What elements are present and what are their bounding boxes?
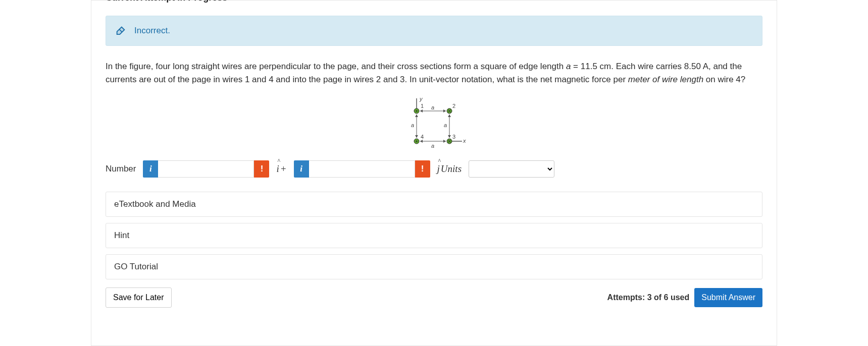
a-label-right: a <box>444 122 447 128</box>
j-hat-label: j Units <box>435 163 464 175</box>
svg-point-17 <box>416 140 417 142</box>
info-icon[interactable]: i <box>143 160 158 178</box>
wire-2-label: 2 <box>452 103 455 109</box>
question-part-3: on wire 4? <box>703 75 745 84</box>
svg-marker-22 <box>420 140 423 143</box>
wires-diagram: y 1 2 a a <box>401 96 467 151</box>
save-for-later-button[interactable]: Save for Later <box>106 287 172 308</box>
a-label-top: a <box>431 104 434 110</box>
i-component-input[interactable] <box>158 160 254 178</box>
footer-row: Save for Later Attempts: 3 of 6 used Sub… <box>106 287 762 308</box>
question-card: Current Attempt in Progress Incorrect. I… <box>91 0 777 346</box>
units-select[interactable] <box>469 160 554 178</box>
question-text: In the figure, four long straight wires … <box>106 60 762 87</box>
info-icon[interactable]: i <box>294 160 309 178</box>
submit-answer-button[interactable]: Submit Answer <box>694 288 762 307</box>
svg-marker-12 <box>415 135 418 138</box>
a-label-left: a <box>411 122 414 128</box>
feedback-text: Incorrect. <box>134 26 170 36</box>
svg-marker-14 <box>448 114 451 117</box>
svg-marker-9 <box>443 109 446 112</box>
x-axis-label: x <box>463 138 466 144</box>
svg-marker-8 <box>420 109 423 112</box>
wire-1-label: 1 <box>421 103 424 109</box>
attempts-counter: Attempts: 3 of 6 used <box>607 293 690 302</box>
wire-3-label: 3 <box>452 134 455 140</box>
feedback-alert: Incorrect. <box>106 16 762 46</box>
a-label-bottom: a <box>431 143 434 149</box>
hint-button[interactable]: Hint <box>106 223 762 248</box>
i-hat-label: i + <box>274 163 288 175</box>
svg-point-3 <box>416 110 417 111</box>
svg-marker-11 <box>415 114 418 117</box>
svg-marker-23 <box>443 140 446 143</box>
number-label: Number <box>106 164 136 174</box>
wire-4-label: 4 <box>421 134 424 140</box>
answer-row: Number i ! i + i ! j Units <box>106 160 762 178</box>
y-axis-label: y <box>419 96 423 102</box>
question-var-a: a <box>566 62 571 71</box>
svg-marker-15 <box>448 135 451 138</box>
j-component-input[interactable] <box>309 160 415 178</box>
question-part-1: In the figure, four long straight wires … <box>106 62 566 71</box>
section-title: Current Attempt in Progress <box>106 0 227 3</box>
question-italic: meter of wire length <box>628 75 703 84</box>
warning-icon: ! <box>254 160 269 178</box>
etextbook-media-button[interactable]: eTextbook and Media <box>106 192 762 217</box>
eraser-icon <box>115 24 126 37</box>
warning-icon: ! <box>415 160 430 178</box>
go-tutorial-button[interactable]: GO Tutorial <box>106 254 762 279</box>
figure: y 1 2 a a <box>106 96 762 151</box>
